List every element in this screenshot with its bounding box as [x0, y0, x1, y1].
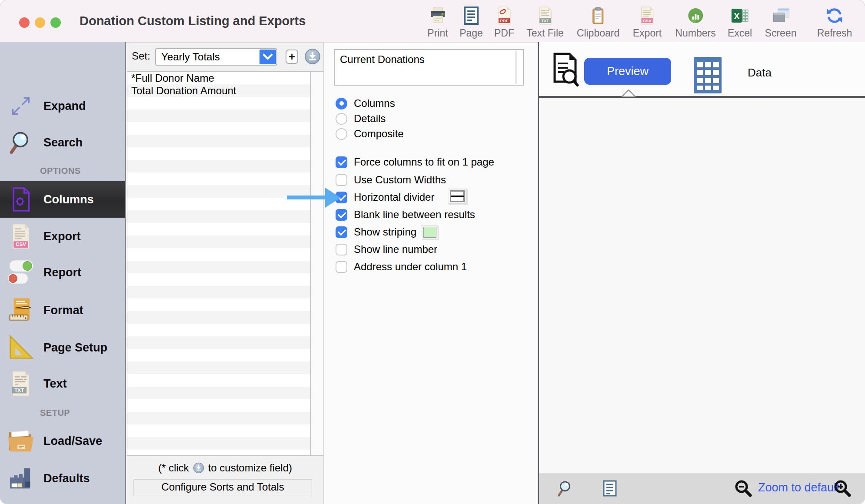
sidebar-item-report[interactable]: Report — [0, 255, 125, 290]
refresh-arrows-icon — [825, 5, 844, 26]
zoom-to-default-link[interactable]: Zoom to default — [758, 481, 840, 494]
svg-text:PDF: PDF — [500, 18, 509, 23]
preview-text-view-button[interactable] — [603, 480, 617, 497]
sidebar-item-search[interactable]: Search — [0, 125, 125, 160]
sidebar: Expand Search OPTIONS Columns CSV Export — [0, 42, 126, 504]
sidebar-item-columns[interactable]: Columns — [0, 181, 125, 218]
toolbar-pdf-button[interactable]: PDF PDF — [494, 5, 514, 39]
sidebar-item-expand[interactable]: Expand — [0, 89, 125, 123]
striping-color-preview — [423, 227, 436, 238]
page-setup-triangle-ruler-icon — [7, 335, 35, 361]
field-list-item[interactable]: Total Donation Amount — [127, 84, 311, 97]
field-list[interactable]: *Full Donor Name Total Donation Amount — [127, 71, 311, 456]
svg-text:TXT: TXT — [541, 18, 549, 23]
field-list-item[interactable]: *Full Donor Name — [127, 72, 311, 84]
toolbar-numbers-button[interactable]: Numbers — [675, 5, 715, 39]
toolbar-refresh-button[interactable]: Refresh — [817, 5, 852, 39]
field-set-value: Yearly Totals — [161, 49, 220, 65]
textbox-scrollbar — [515, 51, 517, 84]
sidebar-item-format[interactable]: Format — [0, 293, 125, 328]
divider-style-button[interactable] — [448, 189, 467, 204]
options-panel — [324, 42, 538, 504]
annotation-arrow — [287, 196, 328, 199]
checkbox-row-custom-widths[interactable]: Use Custom Widths — [336, 174, 446, 186]
checkbox-row-address-column[interactable]: Address under column 1 — [336, 261, 467, 273]
clipboard-icon — [591, 5, 605, 26]
horizontal-divider-icon — [450, 190, 465, 202]
toolbar-page-button[interactable]: Page — [459, 5, 483, 39]
configure-sorts-totals-button[interactable]: Configure Sorts and Totals — [133, 479, 312, 495]
toolbar-clipboard-button[interactable]: Clipboard — [577, 5, 619, 39]
sidebar-section-setup: SETUP — [0, 407, 125, 419]
download-circle-icon — [304, 48, 321, 65]
title-bar: Donation Custom Listing and Exports Prin… — [0, 0, 865, 42]
defaults-factory-icon — [7, 466, 35, 491]
checkbox-blank-line[interactable] — [336, 209, 347, 221]
expand-arrows-icon — [7, 93, 35, 119]
checkbox-line-number[interactable] — [336, 244, 347, 255]
checkbox-row-show-striping[interactable]: Show striping — [336, 226, 416, 238]
checkbox-row-blank-line[interactable]: Blank line between results — [336, 209, 475, 221]
striping-color-swatch[interactable] — [422, 225, 438, 239]
radio-row-details[interactable]: Details — [336, 113, 386, 125]
txt-file-icon: TXT — [538, 5, 552, 26]
toolbar-print-button[interactable]: Print — [427, 5, 448, 39]
customize-field-button[interactable] — [304, 48, 321, 66]
sidebar-item-export[interactable]: CSV Export — [0, 219, 125, 254]
toolbar-screen-button[interactable]: Screen — [765, 5, 797, 39]
page-icon — [463, 5, 479, 26]
radio-columns[interactable] — [336, 98, 347, 109]
sidebar-item-text[interactable]: TXT Text — [0, 366, 125, 401]
svg-text:TXT: TXT — [14, 387, 24, 393]
set-label: Set: — [132, 50, 150, 62]
checkbox-address-column[interactable] — [336, 261, 347, 273]
tab-preview[interactable]: Preview — [584, 58, 671, 85]
download-circle-icon — [193, 462, 204, 474]
checkbox-custom-widths[interactable] — [336, 174, 347, 186]
sidebar-item-page-setup[interactable]: Page Setup — [0, 330, 125, 365]
radio-row-composite[interactable]: Composite — [336, 128, 404, 140]
add-set-button[interactable]: + — [286, 50, 298, 64]
tab-data[interactable]: Data — [748, 66, 772, 80]
screen-windows-icon — [771, 5, 790, 26]
columns-document-gear-icon — [7, 186, 35, 213]
pdf-file-icon: PDF — [497, 5, 512, 26]
radio-row-columns[interactable]: Columns — [336, 97, 395, 109]
svg-text:CSV: CSV — [16, 241, 26, 247]
sidebar-section-options: OPTIONS — [0, 165, 125, 177]
sidebar-item-defaults[interactable]: Defaults — [0, 461, 125, 496]
field-set-dropdown[interactable]: Yearly Totals — [155, 48, 277, 66]
data-grid-icon — [694, 57, 722, 95]
preview-area — [539, 98, 865, 473]
customize-hint: (* click to customize field) — [126, 461, 324, 474]
zoom-in-icon[interactable] — [833, 479, 852, 497]
zoom-out-icon[interactable] — [734, 479, 752, 497]
checkbox-force-fit[interactable] — [336, 156, 347, 168]
csv-file-icon: CSV — [640, 5, 655, 26]
search-icon — [7, 129, 35, 156]
report-title-input[interactable]: Current Donations — [334, 49, 524, 86]
toolbar-export-button[interactable]: CSV Export — [633, 5, 662, 39]
preview-search-button[interactable] — [556, 480, 572, 497]
checkbox-row-force-fit[interactable]: Force columns to fit on 1 page — [336, 156, 494, 168]
checkbox-row-line-number[interactable]: Show line number — [336, 243, 437, 255]
toolbar-excel-button[interactable]: X Excel — [728, 5, 752, 39]
window-title: Donation Custom Listing and Exports — [80, 0, 306, 42]
checkbox-row-horizontal-divider[interactable]: Horizontal divider — [336, 191, 434, 203]
svg-text:CSV: CSV — [643, 18, 652, 23]
checkbox-show-striping[interactable] — [336, 226, 347, 238]
svg-text:X: X — [734, 11, 740, 21]
toolbar-text-file-button[interactable]: TXT Text File — [526, 5, 564, 39]
zoom-window-button[interactable] — [50, 17, 61, 28]
sidebar-item-load-save[interactable]: Load/Save — [0, 424, 125, 458]
close-window-button[interactable] — [19, 17, 30, 28]
field-list-scrollbar[interactable] — [310, 71, 324, 456]
text-file-icon: TXT — [7, 370, 35, 397]
radio-details[interactable] — [336, 113, 347, 125]
annotation-arrow-head — [325, 188, 341, 208]
app-window: Donation Custom Listing and Exports Prin… — [0, 0, 865, 504]
radio-composite[interactable] — [336, 128, 347, 140]
minimize-window-button[interactable] — [35, 17, 45, 28]
selected-tab-caret — [621, 89, 636, 99]
export-csv-file-icon: CSV — [7, 222, 35, 250]
